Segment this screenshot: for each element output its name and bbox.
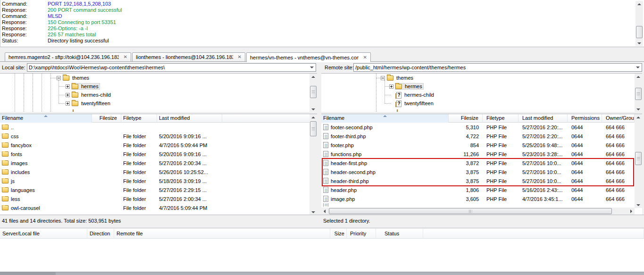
scroll-up-button[interactable] bbox=[636, 1, 643, 7]
file-row[interactable]: cssFile folder5/20/2016 9:09:16 ... bbox=[0, 132, 309, 141]
file-row[interactable]: languagesFile folder5/27/2016 2:29:15 ..… bbox=[0, 185, 309, 194]
file-row[interactable]: fontsFile folder5/20/2016 9:09:16 ... bbox=[0, 150, 309, 158]
column-header-lastmodified[interactable]: Last modified bbox=[519, 114, 568, 123]
tree-node-hermes-child[interactable]: hermes-child bbox=[66, 91, 112, 99]
column-header-server-local-file[interactable]: Server/Local file bbox=[0, 229, 87, 239]
column-header-permissions[interactable]: Permissions bbox=[568, 114, 602, 123]
column-header-filename[interactable]: Filename bbox=[0, 114, 92, 123]
file-row[interactable]: imagesFile folder5/27/2016 2:00:34 ... bbox=[0, 158, 309, 167]
column-header-filetype[interactable]: Filetype bbox=[483, 114, 519, 123]
collapse-icon[interactable] bbox=[57, 76, 61, 80]
scroll-up-button[interactable] bbox=[635, 74, 642, 80]
column-header-owner-group[interactable]: Owner/Group bbox=[602, 114, 635, 123]
tab-hermes-vn-themes[interactable]: hermes/vn-themes - vnthemes@vn-themes.co… bbox=[246, 52, 371, 62]
file-row[interactable]: .. bbox=[0, 123, 309, 132]
file-row[interactable]: owl-carouselFile folder4/7/2016 5:09:44 … bbox=[0, 203, 309, 212]
dropdown-arrow-icon[interactable] bbox=[636, 67, 640, 68]
scroll-right-button[interactable] bbox=[628, 208, 635, 215]
scroll-down-button[interactable] bbox=[635, 106, 642, 112]
column-header-direction[interactable]: Direction bbox=[87, 229, 114, 239]
local-site-combo[interactable] bbox=[27, 63, 316, 72]
file-name: less bbox=[11, 196, 20, 202]
tree-node-label[interactable]: twentyfifteen bbox=[403, 100, 435, 106]
file-row[interactable]: fancyboxFile folder4/7/2016 5:09:44 PM bbox=[0, 141, 309, 150]
tree-node-hermes-child[interactable]: hermes-child bbox=[395, 91, 435, 99]
tree-node-hermes[interactable]: hermes bbox=[389, 82, 423, 91]
tree-node-twentyfifteen[interactable]: twentyfifteen bbox=[66, 99, 111, 108]
file-row[interactable]: functions.php11,266PHP File5/23/2016 3:2… bbox=[321, 150, 635, 158]
log-scrollbar[interactable] bbox=[636, 1, 643, 46]
scroll-up-button[interactable] bbox=[635, 114, 642, 120]
scroll-down-button[interactable] bbox=[309, 106, 317, 112]
tree-node-label[interactable]: themes bbox=[71, 75, 90, 81]
tab-hemres-magento2[interactable]: hemres.magento2 - sftp://toki@104.236.19… bbox=[5, 52, 131, 62]
tree-node-label[interactable]: hermes bbox=[404, 83, 423, 89]
scrollbar-thumb[interactable] bbox=[329, 208, 612, 214]
expand-icon[interactable] bbox=[66, 93, 70, 97]
tree-node-label[interactable]: hermes-child bbox=[80, 92, 112, 98]
file-row[interactable]: jsFile folder5/18/2016 3:09:19 ... bbox=[0, 176, 309, 185]
column-header-filesize[interactable]: Filesize bbox=[92, 114, 121, 123]
scroll-down-button[interactable] bbox=[309, 209, 317, 215]
scroll-up-button[interactable] bbox=[309, 114, 317, 120]
scroll-left-button[interactable] bbox=[321, 208, 328, 215]
file-row[interactable]: header-third.php3,875PHP File5/27/2016 1… bbox=[321, 176, 635, 185]
tab-close-icon[interactable]: ✕ bbox=[363, 55, 367, 60]
remote-list-scrollbar[interactable] bbox=[635, 114, 642, 208]
local-file-list: Filename Filesize Filetype Last modified… bbox=[0, 114, 317, 215]
tree-node-label[interactable]: themes bbox=[395, 75, 414, 81]
file-row[interactable]: footer-second.php5,310PHP File5/27/2016 … bbox=[321, 123, 635, 132]
php-file-icon bbox=[323, 124, 328, 130]
column-header-priority[interactable]: Priority bbox=[347, 229, 376, 239]
scrollbar-thumb[interactable] bbox=[635, 152, 642, 165]
column-header-filler bbox=[423, 229, 644, 239]
local-tree-scrollbar[interactable] bbox=[309, 74, 317, 112]
tab-title: lionthemes - lionthemes@104.236.196.183 bbox=[136, 54, 233, 60]
selected-tree-node[interactable]: hermes bbox=[395, 83, 423, 89]
file-row[interactable]: header.php1,806PHP File5/16/2016 2:43:..… bbox=[321, 185, 635, 194]
scrollbar-thumb[interactable] bbox=[310, 121, 317, 136]
column-header-size[interactable]: Size bbox=[330, 229, 347, 239]
tab-lionthemes[interactable]: lionthemes - lionthemes@104.236.196.183 … bbox=[132, 52, 245, 62]
expand-icon[interactable] bbox=[66, 84, 70, 89]
scroll-up-button[interactable] bbox=[309, 74, 317, 80]
tree-node-themes[interactable]: themes bbox=[57, 74, 90, 82]
tree-node-themes[interactable]: themes bbox=[381, 74, 414, 82]
remote-site-combo[interactable] bbox=[353, 63, 642, 72]
local-list-scrollbar[interactable] bbox=[309, 114, 317, 215]
tree-node-label[interactable]: twentyfifteen bbox=[80, 100, 111, 106]
tree-node-label[interactable]: hermes-child bbox=[403, 92, 435, 98]
file-row[interactable]: image.php3,605PHP File4/7/2016 3:45:1...… bbox=[321, 194, 635, 203]
file-row[interactable]: header-second.php3,875PHP File5/27/2016 … bbox=[321, 167, 635, 176]
selected-tree-node[interactable]: hermes bbox=[72, 83, 100, 89]
tab-close-icon[interactable]: ✕ bbox=[238, 55, 242, 59]
remote-tree-scrollbar[interactable] bbox=[635, 74, 642, 112]
tab-close-icon[interactable]: ✕ bbox=[124, 55, 127, 59]
collapse-icon[interactable] bbox=[381, 76, 385, 80]
column-header-filetype[interactable]: Filetype bbox=[121, 114, 157, 123]
file-row[interactable]: includesFile folder5/26/2016 10:25:52... bbox=[0, 167, 309, 176]
scrollbar-thumb[interactable] bbox=[635, 88, 642, 100]
scroll-down-button[interactable] bbox=[636, 40, 643, 46]
scroll-down-button[interactable] bbox=[635, 202, 642, 208]
column-header-status[interactable]: Status bbox=[376, 229, 423, 239]
file-row[interactable]: header-first.php3,872PHP File5/27/2016 1… bbox=[321, 158, 635, 167]
file-row[interactable]: footer.php854PHP File5/25/2016 9:48:...0… bbox=[321, 141, 635, 150]
tree-node-label[interactable]: hermes bbox=[80, 83, 100, 89]
column-header-lastmodified[interactable]: Last modified bbox=[157, 114, 222, 123]
file-row[interactable]: lessFile folder5/27/2016 2:00:34 ... bbox=[0, 194, 309, 203]
scrollbar-thumb[interactable] bbox=[310, 86, 317, 98]
column-header-filesize[interactable]: Filesize bbox=[449, 114, 483, 123]
expand-icon[interactable] bbox=[389, 84, 393, 89]
tree-node-twentyfifteen[interactable]: twentyfifteen bbox=[395, 99, 435, 108]
column-header-filename[interactable]: Filename bbox=[321, 114, 449, 123]
dropdown-arrow-icon[interactable] bbox=[310, 67, 314, 68]
remote-list-hscrollbar[interactable] bbox=[321, 208, 635, 215]
expand-icon[interactable] bbox=[66, 101, 70, 106]
tree-node-hermes[interactable]: hermes bbox=[66, 82, 100, 91]
remote-site-input[interactable] bbox=[354, 64, 642, 71]
file-row[interactable]: footer-third.php4,722PHP File5/27/2016 2… bbox=[321, 132, 635, 141]
column-header-remote-file[interactable]: Remote file bbox=[114, 229, 330, 239]
local-site-input[interactable] bbox=[27, 64, 316, 71]
scrollbar-thumb[interactable] bbox=[636, 26, 643, 38]
